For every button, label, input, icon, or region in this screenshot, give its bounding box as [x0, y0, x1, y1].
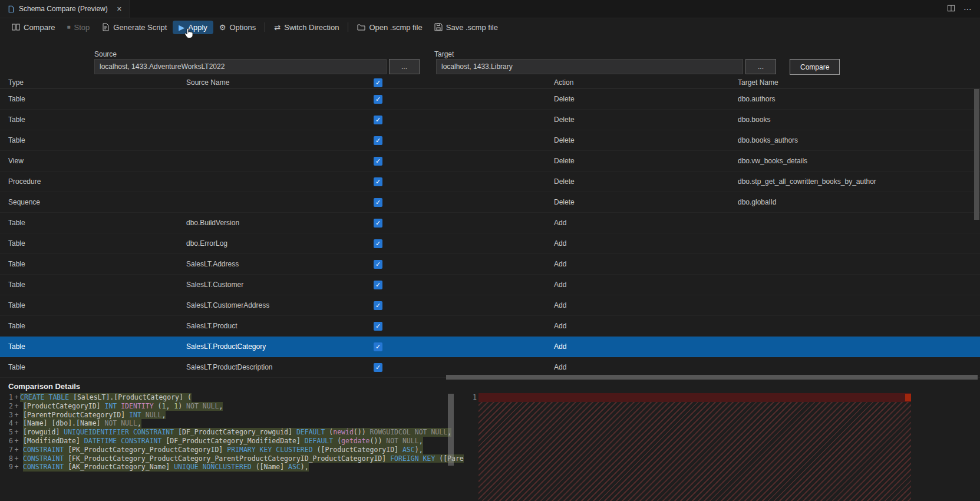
options-button[interactable]: ⚙ Options: [213, 21, 262, 34]
stop-button[interactable]: ■ Stop: [61, 21, 95, 34]
cell-action: Delete: [554, 95, 738, 103]
line-number: 5: [0, 428, 13, 437]
cell-action: Add: [554, 342, 738, 351]
include-checkbox[interactable]: ✓: [374, 198, 382, 207]
table-row[interactable]: Table SalesLT.Product ✓ Add: [0, 316, 980, 337]
cell-source-name: SalesLT.Address: [186, 260, 371, 268]
table-row[interactable]: Procedure ✓ Delete dbo.stp_get_all_cowri…: [0, 172, 980, 192]
table-row[interactable]: Table ✓ Delete dbo.books_authors: [0, 130, 980, 151]
diff-target-pane[interactable]: 1: [464, 393, 980, 501]
column-header-type[interactable]: Type: [0, 78, 186, 87]
target-label: Target: [434, 50, 454, 58]
target-browse-button[interactable]: ...: [745, 59, 776, 74]
open-scmp-button[interactable]: Open .scmp file: [351, 21, 428, 34]
include-checkbox[interactable]: ✓: [374, 95, 382, 104]
select-all-checkbox[interactable]: ✓: [374, 78, 382, 87]
cell-action: Add: [554, 322, 738, 330]
grid-body: Table ✓ Delete dbo.authors Table ✓ Delet…: [0, 89, 980, 378]
tab-schema-compare[interactable]: Schema Compare (Preview) ✕: [0, 0, 130, 18]
grid-vertical-scrollbar[interactable]: [974, 89, 979, 220]
table-row[interactable]: Table SalesLT.Address ✓ Add: [0, 254, 980, 275]
include-checkbox[interactable]: ✓: [374, 342, 382, 351]
include-checkbox[interactable]: ✓: [374, 260, 382, 269]
generate-script-button[interactable]: Generate Script: [95, 21, 173, 34]
line-number: 1: [0, 393, 13, 402]
editor-tab-bar: Schema Compare (Preview) ✕ ⋯: [0, 0, 980, 18]
include-checkbox[interactable]: ✓: [374, 281, 382, 289]
code-line: 4 + [Name] [dbo].[Name] NOT NULL,: [0, 419, 464, 428]
code-text: [Name] [dbo].[Name] NOT NULL,: [23, 419, 141, 428]
close-icon[interactable]: ✕: [117, 5, 122, 13]
cell-action: Delete: [554, 136, 738, 144]
cell-include: ✓: [371, 95, 554, 104]
include-checkbox[interactable]: ✓: [374, 136, 382, 145]
cell-action: Add: [554, 219, 738, 227]
diff-added-sign: +: [13, 411, 20, 420]
code-line: 1 + CREATE TABLE [SalesLT].[ProductCateg…: [0, 393, 464, 402]
cell-include: ✓: [371, 363, 554, 372]
cell-target-name: dbo.authors: [738, 95, 980, 103]
cell-source-name: SalesLT.ProductCategory: [186, 342, 371, 351]
cell-action: Delete: [554, 198, 738, 206]
table-row[interactable]: Table SalesLT.Customer ✓ Add: [0, 275, 980, 295]
cell-source-name: dbo.ErrorLog: [186, 239, 371, 248]
table-row[interactable]: View ✓ Delete dbo.vw_books_details: [0, 151, 980, 172]
toolbar-separator: [265, 22, 265, 32]
table-row[interactable]: Table dbo.BuildVersion ✓ Add: [0, 213, 980, 233]
diff-editor: 1 + CREATE TABLE [SalesLT].[ProductCateg…: [0, 393, 980, 501]
cell-target-name: dbo.vw_books_details: [738, 157, 980, 165]
table-row[interactable]: Sequence ✓ Delete dbo.globalId: [0, 192, 980, 213]
include-checkbox[interactable]: ✓: [374, 219, 382, 228]
table-row[interactable]: Table dbo.ErrorLog ✓ Add: [0, 233, 980, 254]
cell-source-name: SalesLT.Customer: [186, 281, 371, 289]
table-row[interactable]: Table SalesLT.CustomerAddress ✓ Add: [0, 295, 980, 316]
save-scmp-button[interactable]: Save .scmp file: [428, 21, 504, 34]
source-browse-button[interactable]: ...: [389, 59, 420, 74]
cell-include: ✓: [371, 116, 554, 124]
include-checkbox[interactable]: ✓: [374, 301, 382, 310]
cell-type: View: [0, 157, 186, 165]
code-text: CREATE TABLE [SalesLT].[ProductCategory]…: [20, 393, 192, 402]
source-input[interactable]: [94, 59, 387, 74]
include-checkbox[interactable]: ✓: [374, 157, 382, 166]
switch-direction-button[interactable]: ⇄ Switch Direction: [268, 21, 345, 34]
more-actions-icon[interactable]: ⋯: [963, 4, 972, 14]
diff-added-sign: +: [13, 402, 20, 411]
cell-action: Add: [554, 301, 738, 309]
split-editor-icon[interactable]: [947, 4, 955, 14]
table-row[interactable]: Table SalesLT.ProductCategory ✓ Add: [0, 337, 980, 357]
cell-type: Table: [0, 281, 186, 289]
column-header-source-name[interactable]: Source Name: [186, 78, 371, 87]
diff-source-scrollbar[interactable]: [448, 394, 454, 466]
cell-target-name: dbo.stp_get_all_cowritten_books_by_autho…: [738, 177, 980, 186]
table-row[interactable]: Table ✓ Delete dbo.books: [0, 110, 980, 130]
diff-target-line-number: 1: [466, 393, 477, 402]
include-checkbox[interactable]: ✓: [374, 177, 382, 186]
diff-source-pane[interactable]: 1 + CREATE TABLE [SalesLT].[ProductCateg…: [0, 393, 464, 501]
include-checkbox[interactable]: ✓: [374, 239, 382, 248]
column-header-target-name[interactable]: Target Name: [738, 78, 980, 87]
code-line: 3 + [ParentProductCategoryID] INT NULL,: [0, 411, 464, 420]
column-header-action[interactable]: Action: [554, 78, 738, 87]
cell-include: ✓: [371, 177, 554, 186]
diff-added-sign: +: [13, 419, 20, 428]
save-scmp-label: Save .scmp file: [446, 23, 498, 32]
cell-include: ✓: [371, 198, 554, 207]
compare-action-button[interactable]: Compare: [790, 59, 840, 75]
include-checkbox[interactable]: ✓: [374, 363, 382, 372]
compare-button[interactable]: Compare: [6, 21, 61, 34]
stop-label: Stop: [74, 23, 90, 32]
include-checkbox[interactable]: ✓: [374, 116, 382, 124]
code-line: 9 + CONSTRAINT [AK_ProductCategory_Name]…: [0, 463, 464, 472]
column-header-include: ✓: [371, 78, 554, 87]
include-checkbox[interactable]: ✓: [374, 322, 382, 331]
diff-removed-line: [479, 393, 911, 402]
cell-include: ✓: [371, 239, 554, 248]
cell-action: Add: [554, 239, 738, 248]
target-input[interactable]: [436, 59, 743, 74]
cell-include: ✓: [371, 157, 554, 166]
code-text: [ParentProductCategoryID] INT NULL,: [23, 411, 166, 420]
code-text: [ProductCategoryID] INT IDENTITY (1, 1) …: [23, 402, 223, 411]
cell-target-name: dbo.books_authors: [738, 136, 980, 144]
table-row[interactable]: Table ✓ Delete dbo.authors: [0, 89, 980, 110]
